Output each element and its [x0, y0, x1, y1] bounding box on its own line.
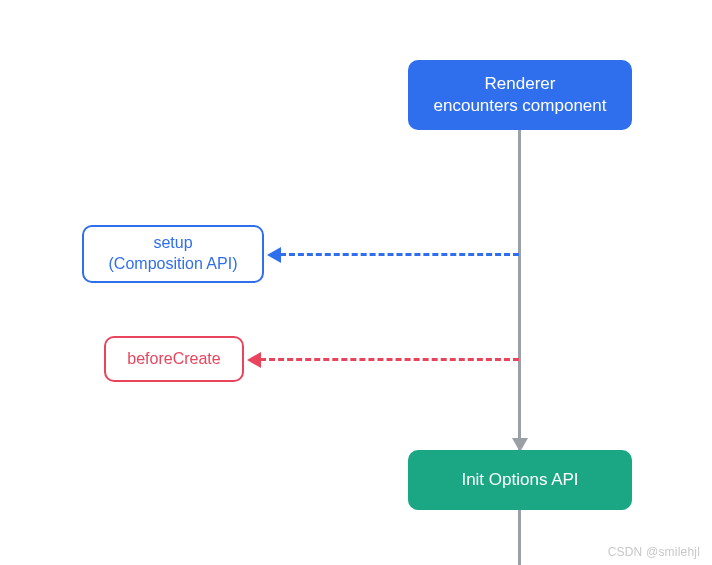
node-renderer-line2: encounters component: [434, 95, 607, 117]
node-setup: setup (Composition API): [82, 225, 264, 283]
node-init-options: Init Options API: [408, 450, 632, 510]
node-setup-line1: setup: [109, 233, 238, 254]
arrowhead-left-icon: [247, 352, 261, 368]
arrowhead-left-icon: [267, 247, 281, 263]
flow-edge-to-setup: [280, 253, 519, 256]
node-beforecreate-label: beforeCreate: [127, 349, 220, 370]
flow-edge-continue: [518, 510, 521, 565]
node-renderer: Renderer encounters component: [408, 60, 632, 130]
flow-edge-to-beforecreate: [260, 358, 519, 361]
flow-edge-main: [518, 130, 521, 450]
node-renderer-line1: Renderer: [434, 73, 607, 95]
node-setup-line2: (Composition API): [109, 254, 238, 275]
watermark-text: CSDN @smilehjl: [608, 545, 700, 559]
node-init-options-label: Init Options API: [461, 469, 578, 491]
node-beforecreate: beforeCreate: [104, 336, 244, 382]
